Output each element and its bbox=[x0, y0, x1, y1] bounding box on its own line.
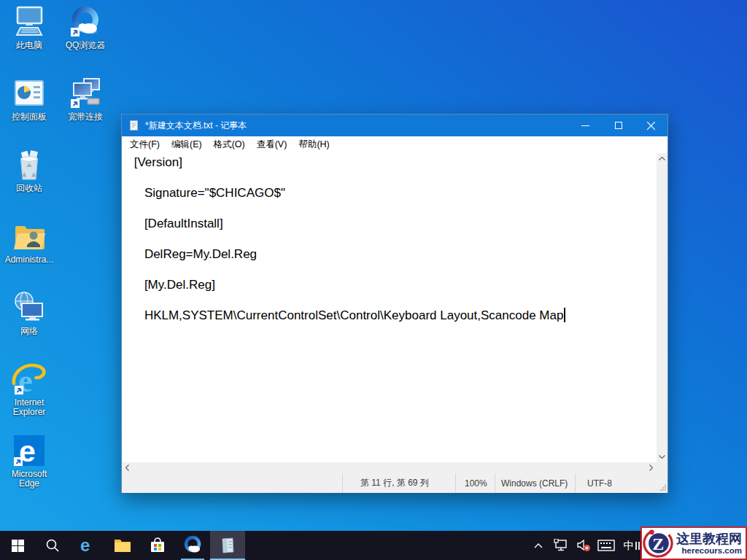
network-tray-icon[interactable] bbox=[552, 531, 570, 560]
taskbar-file-explorer-button[interactable] bbox=[105, 531, 140, 560]
status-encoding: UTF-8 bbox=[575, 473, 667, 493]
qq-browser-icon bbox=[182, 535, 203, 556]
text-caret bbox=[564, 308, 565, 322]
watermark: Z 这里教程网 herecours.com bbox=[640, 526, 747, 560]
menu-format[interactable]: 格式(O) bbox=[208, 136, 251, 153]
menu-view[interactable]: 查看(V) bbox=[251, 136, 293, 153]
desktop-icon-internet-explorer[interactable]: e Internet Explorer bbox=[1, 362, 58, 417]
desktop: 此电脑 QQ浏览器 控制面板 bbox=[0, 0, 747, 560]
touch-keyboard-tray-icon[interactable] bbox=[597, 531, 615, 560]
system-tray: 中 bbox=[530, 531, 638, 560]
start-button[interactable] bbox=[0, 531, 35, 560]
taskbar-store-button[interactable] bbox=[140, 531, 175, 560]
desktop-icon-label: 宽带连接 bbox=[57, 112, 114, 122]
desktop-icon-control-panel[interactable]: 控制面板 bbox=[1, 76, 58, 122]
status-zoom: 100% bbox=[455, 473, 495, 493]
horizontal-scrollbar[interactable] bbox=[122, 462, 667, 473]
desktop-icon-label: QQ浏览器 bbox=[57, 41, 114, 50]
document-text[interactable]: [Version] Signature="$CHICAGO$" [Default… bbox=[122, 153, 657, 462]
desktop-icon-this-pc[interactable]: 此电脑 bbox=[1, 4, 58, 50]
windows-logo-icon bbox=[12, 540, 24, 552]
desktop-icon-label: 网络 bbox=[1, 327, 58, 336]
status-bar: 第 11 行, 第 69 列 100% Windows (CRLF) UTF-8 bbox=[122, 473, 667, 493]
volume-muted-tray-icon[interactable] bbox=[575, 531, 592, 560]
desktop-icon-label: 回收站 bbox=[1, 184, 58, 193]
network-icon bbox=[554, 539, 568, 552]
control-panel-icon bbox=[12, 76, 47, 111]
microsoft-store-icon bbox=[149, 537, 166, 554]
scroll-left-arrow[interactable] bbox=[122, 462, 133, 473]
user-folder-icon bbox=[12, 219, 47, 254]
svg-text:Z: Z bbox=[652, 534, 664, 553]
menu-help[interactable]: 帮助(H) bbox=[293, 136, 335, 153]
microsoft-edge-icon: e bbox=[12, 433, 47, 468]
edge-icon: e bbox=[78, 536, 97, 555]
taskbar-qq-browser-button[interactable] bbox=[175, 531, 210, 560]
chevron-up-icon bbox=[534, 543, 543, 548]
vertical-scrollbar[interactable] bbox=[657, 153, 667, 462]
keyboard-icon bbox=[597, 540, 615, 551]
taskbar-notepad-button[interactable] bbox=[210, 531, 245, 560]
watermark-logo: Z bbox=[642, 528, 674, 559]
desktop-icon-broadband[interactable]: 宽带连接 bbox=[57, 76, 114, 122]
notepad-window: *新建文本文档.txt - 记事本 文件(F) 编辑(E) 格式(O) 查看(V… bbox=[121, 114, 668, 493]
show-hidden-icons-button[interactable] bbox=[530, 531, 547, 560]
desktop-icon-admin-folder[interactable]: Administra... bbox=[1, 219, 58, 265]
broadband-icon bbox=[68, 76, 103, 111]
desktop-icon-label: Administra... bbox=[1, 255, 58, 265]
desktop-icon-microsoft-edge[interactable]: e Microsoft Edge bbox=[1, 433, 58, 489]
menu-bar: 文件(F) 编辑(E) 格式(O) 查看(V) 帮助(H) bbox=[122, 136, 667, 153]
desktop-icon-label: 控制面板 bbox=[1, 112, 58, 122]
watermark-site-url: herecours.com bbox=[674, 546, 744, 556]
close-button[interactable] bbox=[635, 114, 667, 136]
window-title: *新建文本文档.txt - 记事本 bbox=[145, 120, 569, 132]
minimize-button[interactable] bbox=[569, 114, 602, 136]
taskbar-edge-button[interactable]: e bbox=[70, 531, 105, 560]
desktop-icon-qq-browser[interactable]: QQ浏览器 bbox=[57, 4, 114, 50]
speaker-muted-icon bbox=[576, 539, 591, 552]
desktop-icon-label: Internet Explorer bbox=[1, 398, 58, 417]
input-method-indicator[interactable]: 中 bbox=[620, 531, 638, 560]
desktop-icon-recycle-bin[interactable]: 回收站 bbox=[1, 147, 58, 193]
recycle-bin-icon bbox=[12, 147, 47, 182]
text-editor[interactable]: [Version] Signature="$CHICAGO$" [Default… bbox=[122, 153, 667, 462]
desktop-icon-network[interactable]: 网络 bbox=[1, 290, 58, 336]
internet-explorer-icon: e bbox=[12, 362, 47, 397]
notepad-icon bbox=[218, 536, 237, 555]
scroll-up-arrow[interactable] bbox=[657, 153, 667, 164]
menu-edit[interactable]: 编辑(E) bbox=[166, 136, 208, 153]
scroll-right-arrow[interactable] bbox=[646, 462, 657, 473]
desktop-icon-label: Microsoft Edge bbox=[1, 470, 58, 489]
scroll-down-arrow[interactable] bbox=[657, 451, 667, 462]
file-explorer-icon bbox=[113, 536, 132, 555]
status-spacer bbox=[122, 473, 342, 493]
network-icon bbox=[12, 290, 47, 325]
svg-text:e: e bbox=[80, 536, 90, 555]
notepad-app-icon bbox=[128, 120, 140, 131]
status-line-col: 第 11 行, 第 69 列 bbox=[342, 473, 455, 493]
maximize-button[interactable] bbox=[602, 114, 635, 136]
watermark-site-name: 这里教程网 bbox=[674, 532, 744, 546]
qq-browser-icon bbox=[68, 4, 103, 39]
this-pc-icon bbox=[12, 4, 47, 39]
title-bar[interactable]: *新建文本文档.txt - 记事本 bbox=[122, 114, 667, 136]
search-icon bbox=[45, 538, 60, 553]
menu-file[interactable]: 文件(F) bbox=[124, 136, 166, 153]
desktop-icon-label: 此电脑 bbox=[1, 41, 58, 50]
resize-grip[interactable] bbox=[660, 485, 666, 491]
taskbar-search-button[interactable] bbox=[35, 531, 70, 560]
status-line-ending: Windows (CRLF) bbox=[495, 473, 575, 493]
